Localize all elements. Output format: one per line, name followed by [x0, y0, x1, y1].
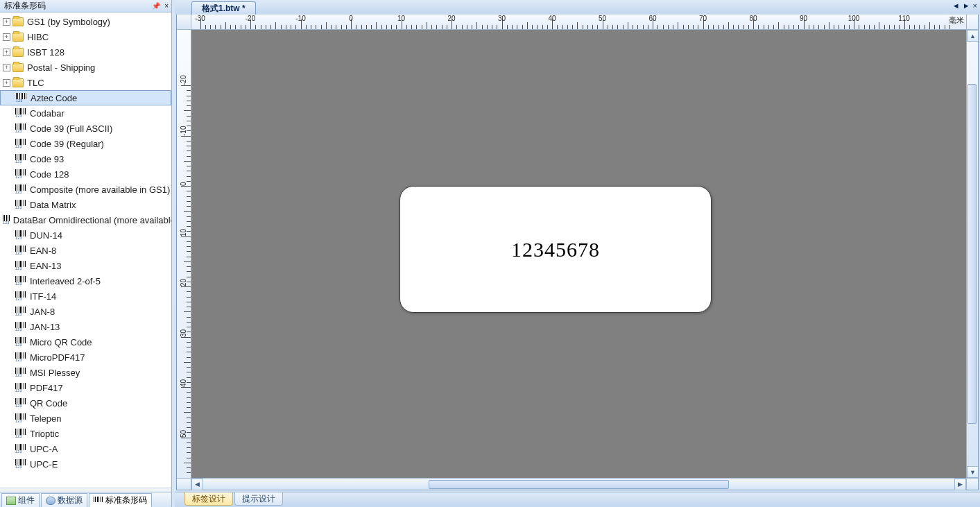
- label-object[interactable]: 12345678: [399, 186, 712, 313]
- tree-folder-label: HIBC: [27, 32, 49, 42]
- tab-next-icon[interactable]: ►: [963, 1, 970, 10]
- barcode-icon: 123: [15, 230, 26, 240]
- tree-folder-label: TLC: [27, 78, 44, 88]
- tree-barcode-label: JAN-8: [30, 307, 55, 317]
- sidebar-tab-barcode[interactable]: 12标准条形码: [89, 493, 152, 507]
- tree-barcode-item[interactable]: 123Micro QR Code: [0, 334, 171, 350]
- scroll-down-icon[interactable]: ▼: [967, 466, 978, 478]
- h-ruler-label: -10: [295, 15, 305, 22]
- vertical-scrollbar[interactable]: ▲ ▼: [966, 30, 978, 478]
- barcode-tree[interactable]: +GS1 (by Symbology)+HIBC+ISBT 128+Postal…: [0, 12, 171, 488]
- v-scrollbar-thumb[interactable]: [968, 84, 977, 424]
- barcode-icon: 123: [15, 108, 26, 118]
- tree-barcode-label: Data Matrix: [30, 200, 76, 210]
- barcode-icon: 123: [15, 322, 26, 332]
- tree-folder[interactable]: +GS1 (by Symbology): [0, 14, 171, 29]
- tree-barcode-item[interactable]: 123Composite (more available in GS1): [0, 182, 171, 197]
- barcode-icon: 123: [15, 291, 26, 301]
- v-ruler-label: 40: [180, 379, 187, 387]
- sidebar-tab-datasource[interactable]: 数据源: [41, 493, 87, 507]
- tree-barcode-item[interactable]: 123Interleaved 2-of-5: [0, 273, 171, 289]
- v-ruler-label: 20: [180, 279, 187, 286]
- tree-barcode-item[interactable]: 123MicroPDF417: [0, 350, 171, 365]
- tab-prev-icon[interactable]: ◄: [952, 1, 960, 10]
- label-text-object[interactable]: 12345678: [511, 238, 600, 261]
- design-canvas[interactable]: 12345678: [191, 30, 966, 478]
- tree-barcode-item[interactable]: 123Aztec Code: [0, 90, 171, 105]
- barcode-icon: 123: [15, 246, 26, 255]
- tree-barcode-item[interactable]: 123Data Matrix: [0, 197, 171, 212]
- h-scrollbar-thumb[interactable]: [429, 480, 729, 489]
- design-tab[interactable]: 标签设计: [184, 492, 233, 506]
- horizontal-ruler[interactable]: 毫米 -30-20-100102030405060708090100110: [191, 15, 966, 30]
- expand-icon[interactable]: +: [3, 33, 10, 41]
- h-ruler-label: -30: [195, 15, 205, 22]
- tree-folder[interactable]: +HIBC: [0, 29, 171, 44]
- tree-barcode-label: Code 39 (Full ASCII): [30, 123, 112, 134]
- tree-barcode-item[interactable]: 123Code 39 (Full ASCII): [0, 121, 171, 136]
- tree-barcode-label: JAN-13: [30, 322, 60, 332]
- canvas-viewport[interactable]: 12345678: [191, 30, 966, 478]
- tree-barcode-label: EAN-13: [30, 261, 62, 271]
- sidebar-tab-components[interactable]: 组件: [1, 493, 40, 507]
- tree-barcode-item[interactable]: 123UPC-E: [0, 456, 171, 472]
- expand-icon[interactable]: +: [3, 79, 10, 87]
- h-ruler-label: 20: [447, 15, 455, 22]
- tree-barcode-item[interactable]: 123Code 39 (Regular): [0, 136, 171, 151]
- sidebar-tab-label: 标准条形码: [105, 495, 147, 506]
- sidebar-bottom-tabs: 组件数据源12标准条形码: [0, 492, 171, 507]
- tree-barcode-label: Telepen: [30, 413, 62, 424]
- tree-barcode-item[interactable]: 123DUN-14: [0, 227, 171, 243]
- document-tab[interactable]: 格式1.btw *: [191, 1, 256, 15]
- tree-barcode-item[interactable]: 123Code 128: [0, 166, 171, 182]
- pin-icon[interactable]: 📌: [152, 2, 160, 10]
- tree-barcode-label: Code 39 (Regular): [30, 139, 104, 149]
- barcode-icon: 123: [15, 429, 26, 438]
- v-ruler-label: 30: [180, 329, 187, 336]
- tree-barcode-item[interactable]: 123JAN-13: [0, 319, 171, 334]
- tab-close-icon[interactable]: ×: [973, 1, 977, 10]
- tree-folder[interactable]: +ISBT 128: [0, 44, 171, 60]
- ruler-unit-label: 毫米: [947, 15, 964, 26]
- app-root: 标准条形码 📌 × +GS1 (by Symbology)+HIBC+ISBT …: [0, 0, 980, 507]
- main-area: 格式1.btw * ◄ ► × 毫米 -30-20-10010203040506…: [175, 0, 980, 507]
- tree-folder[interactable]: +Postal - Shipping: [0, 60, 171, 75]
- tree-barcode-item[interactable]: 123DataBar Omnidirectional (more availab…: [0, 212, 171, 227]
- tree-barcode-item[interactable]: 123QR Code: [0, 395, 171, 411]
- horizontal-scrollbar[interactable]: ◀ ▶: [191, 478, 966, 490]
- barcode-icon: 123: [15, 352, 26, 362]
- barcode-icon: 123: [15, 123, 26, 133]
- folder-icon: [12, 17, 24, 26]
- tree-barcode-item[interactable]: 123UPC-A: [0, 441, 171, 456]
- tree-barcode-item[interactable]: 123EAN-8: [0, 243, 171, 258]
- close-icon[interactable]: ×: [164, 2, 169, 10]
- h-ruler-label: 30: [498, 15, 506, 22]
- tree-barcode-item[interactable]: 123MSI Plessey: [0, 365, 171, 380]
- tree-barcode-item[interactable]: 123Telepen: [0, 411, 171, 426]
- h-ruler-label: 80: [749, 15, 757, 22]
- barcode-icon: 123: [15, 459, 26, 469]
- scroll-right-icon[interactable]: ▶: [954, 479, 966, 490]
- tree-barcode-item[interactable]: 123Codabar: [0, 105, 171, 121]
- scroll-left-icon[interactable]: ◀: [191, 479, 203, 490]
- tree-barcode-label: UPC-A: [30, 444, 58, 454]
- tree-folder[interactable]: +TLC: [0, 75, 171, 90]
- vertical-ruler[interactable]: -20-1001020304050: [177, 30, 191, 478]
- h-ruler-label: 50: [599, 15, 606, 22]
- tree-barcode-label: UPC-E: [30, 459, 58, 470]
- barcode-icon: 123: [3, 215, 10, 225]
- expand-icon[interactable]: +: [3, 64, 10, 71]
- tree-barcode-item[interactable]: 123Code 93: [0, 151, 171, 166]
- scroll-up-icon[interactable]: ▲: [967, 30, 978, 42]
- barcode-icon: 123: [15, 444, 26, 454]
- expand-icon[interactable]: +: [3, 49, 10, 56]
- tree-barcode-label: DUN-14: [30, 230, 62, 241]
- tree-barcode-item[interactable]: 123EAN-13: [0, 258, 171, 273]
- design-tab[interactable]: 提示设计: [234, 492, 283, 506]
- expand-icon[interactable]: +: [3, 18, 10, 26]
- folder-icon: [12, 78, 24, 87]
- tree-barcode-item[interactable]: 123ITF-14: [0, 289, 171, 304]
- tree-barcode-item[interactable]: 123Trioptic: [0, 426, 171, 441]
- tree-barcode-item[interactable]: 123JAN-8: [0, 304, 171, 319]
- tree-barcode-item[interactable]: 123PDF417: [0, 380, 171, 395]
